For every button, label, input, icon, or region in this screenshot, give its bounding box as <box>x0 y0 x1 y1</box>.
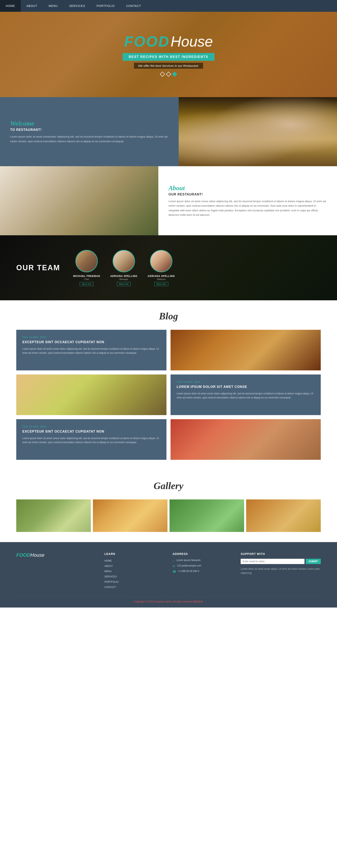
gallery-item-3[interactable] <box>170 499 244 532</box>
footer-submit-button[interactable]: SUBMIT <box>306 559 321 564</box>
team-more-2[interactable]: More Info <box>117 282 131 286</box>
blog-row-1: THU 14 May, 2015 EXCEPTEUR SINT OCCAECAT… <box>16 330 321 370</box>
footer-link-services-a[interactable]: SERVICES <box>104 575 117 578</box>
about-image <box>0 166 158 235</box>
footer-link-portfolio: PORTFOLIO <box>104 580 164 584</box>
blog-image-2 <box>16 374 166 415</box>
home-icon: ⌂ <box>173 559 174 562</box>
blog-title: Blog <box>16 310 321 322</box>
footer-support-heading: SUPPORT WITH <box>241 552 321 556</box>
team-role-2: Manager <box>110 278 137 280</box>
footer-logo-house: House <box>30 552 44 558</box>
blog-card-1: THU 14 May, 2015 EXCEPTEUR SINT OCCAECAT… <box>16 330 166 370</box>
welcome-subheading: TO RESTAURANT! <box>10 128 168 132</box>
footer-grid: FOODHouse LEARN HOME ABOUT MENU SERVICES… <box>16 552 321 590</box>
nav-about[interactable]: ABOUT <box>21 0 43 12</box>
team-role-3: Waitress <box>148 278 175 280</box>
footer-link-home: HOME <box>104 559 164 562</box>
footer-support-body: Lorem dolor sit amet.conse aliqua. Ut en… <box>241 567 321 575</box>
email-icon: ✉ <box>173 564 175 568</box>
welcome-section: Welcome TO RESTAURANT! Lorem ipsum dolor… <box>0 97 337 166</box>
hero-section: FOOD House BEST RECIPES WITH BEST INGRED… <box>0 12 337 97</box>
gallery-title: Gallery <box>16 480 321 491</box>
about-section: About OUR RESTAURANT! Lorem ipsum dolor … <box>0 166 337 235</box>
nav-portfolio[interactable]: PORTFOLIO <box>91 0 121 12</box>
footer-learn-heading: LEARN <box>104 552 164 556</box>
footer-address-phone: ☎ +1 999 00 00 000 0 <box>173 570 233 573</box>
blog-body-3: Lorem ipsum dolor sit amet conse ctetur … <box>22 436 160 444</box>
footer-address: ADDRESS ⌂ Lorem ipsum,Newyork ✉ 123.ye@e… <box>173 552 233 590</box>
blog-date-3: THU 14 May, 2015 <box>22 425 160 428</box>
hero-dot-3[interactable] <box>172 71 177 76</box>
footer-link-home-a[interactable]: HOME <box>104 559 112 562</box>
nav-services[interactable]: SERVICES <box>63 0 91 12</box>
restaurant-photo <box>179 97 337 166</box>
welcome-image <box>179 97 337 166</box>
footer-link-about-a[interactable]: ABOUT <box>104 565 113 567</box>
footer-logo-food: FOOD <box>16 552 30 558</box>
team-more-1[interactable]: More Info <box>80 282 93 286</box>
footer-phone-text: +1 999 00 00 000 0 <box>178 570 199 572</box>
footer-learn-links: HOME ABOUT MENU SERVICES PORTFOLIO CONTA… <box>104 559 164 589</box>
nav-contact[interactable]: CONTACT <box>121 0 147 12</box>
gallery-item-1[interactable] <box>16 499 91 532</box>
footer-address-heading: ADDRESS <box>173 552 233 556</box>
footer-link-menu-a[interactable]: MENU <box>104 570 112 573</box>
blog-row-2: THU 14 May, 2015 LOREM IPSUM DOLOR SIT A… <box>16 374 321 415</box>
hero-logo: FOOD House <box>123 33 214 50</box>
team-member-3: ADRIANA SPELLING Waitress More Info <box>148 250 175 286</box>
footer-logo: FOODHouse <box>16 552 96 590</box>
team-title: OUR TEAM <box>16 264 61 272</box>
team-member-1: MICHAEL FREEMAN Chef More Info <box>73 250 100 286</box>
footer-street-text: Lorem ipsum,Newyork <box>176 559 201 562</box>
blog-image-1 <box>171 330 321 370</box>
welcome-heading: Welcome <box>10 120 168 127</box>
team-name-1: MICHAEL FREEMAN <box>73 275 100 278</box>
footer-support: SUPPORT WITH SUBMIT Lorem dolor sit amet… <box>241 552 321 590</box>
gallery-section: Gallery <box>0 470 337 542</box>
footer-address-street: ⌂ Lorem ipsum,Newyork <box>173 559 233 562</box>
welcome-text: Welcome TO RESTAURANT! Lorem ipsum dolor… <box>0 97 179 166</box>
footer-copyright: Copyright © 2015 Company name | All righ… <box>16 596 321 603</box>
nav-menu[interactable]: MENU <box>43 0 63 12</box>
about-body: Lorem ipsum dolor sit amet conse ctetur … <box>168 199 327 217</box>
gallery-grid <box>16 499 321 532</box>
footer-link-contact: CONTACT <box>104 585 164 589</box>
gallery-item-2[interactable] <box>93 499 167 532</box>
footer: FOODHouse LEARN HOME ABOUT MENU SERVICES… <box>0 542 337 608</box>
team-section: OUR TEAM MICHAEL FREEMAN Chef More Info … <box>0 235 337 300</box>
team-member-2: ADRIANA SPELLING Manager More Info <box>110 250 137 286</box>
blog-card-2: THU 14 May, 2015 LOREM IPSUM DOLOR SIT A… <box>171 374 321 415</box>
team-members: MICHAEL FREEMAN Chef More Info ADRIANA S… <box>73 250 175 286</box>
team-avatar-3 <box>150 250 172 272</box>
hero-logo-food: FOOD <box>124 33 170 50</box>
gallery-item-4[interactable] <box>246 499 321 532</box>
footer-learn: LEARN HOME ABOUT MENU SERVICES PORTFOLIO… <box>104 552 164 590</box>
welcome-body: Lorem ipsum dolor sit amet consectetur a… <box>10 134 168 144</box>
team-avatar-2 <box>113 250 135 272</box>
chef-photo <box>0 166 158 235</box>
hero-content: FOOD House BEST RECIPES WITH BEST INGRED… <box>123 33 214 76</box>
blog-heading-2: LOREM IPSUM DOLOR SIT AMET CONSE <box>177 385 315 389</box>
team-more-3[interactable]: More Info <box>154 282 168 286</box>
blog-card-3: THU 14 May, 2015 EXCEPTEUR SINT OCCAECAT… <box>16 419 166 460</box>
hero-dots <box>123 72 214 76</box>
blog-image-3 <box>171 419 321 460</box>
blog-date-1: THU 14 May, 2015 <box>22 336 160 339</box>
team-name-2: ADRIANA SPELLING <box>110 275 137 278</box>
blog-date-2: THU 14 May, 2015 <box>177 380 315 383</box>
hero-dot-2[interactable] <box>166 71 171 76</box>
hero-badge: BEST RECIPES WITH BEST INGREDIENTS <box>123 53 214 61</box>
phone-icon: ☎ <box>173 570 176 573</box>
nav-home[interactable]: HOME <box>0 0 21 12</box>
footer-link-contact-a[interactable]: CONTACT <box>104 586 116 589</box>
blog-section: Blog THU 14 May, 2015 EXCEPTEUR SINT OCC… <box>0 300 337 470</box>
blog-heading-1: EXCEPTEUR SINT OCCAECAT CUPIDATAT NON <box>22 340 160 344</box>
hero-dot-1[interactable] <box>160 71 165 76</box>
footer-support-form: SUBMIT <box>241 559 321 564</box>
footer-link-portfolio-a[interactable]: PORTFOLIO <box>104 581 119 583</box>
footer-address-email: ✉ 123.ye@example.com <box>173 564 233 568</box>
footer-email-input[interactable] <box>241 559 304 564</box>
about-text: About OUR RESTAURANT! Lorem ipsum dolor … <box>158 166 337 235</box>
team-role-1: Chef <box>73 278 100 280</box>
